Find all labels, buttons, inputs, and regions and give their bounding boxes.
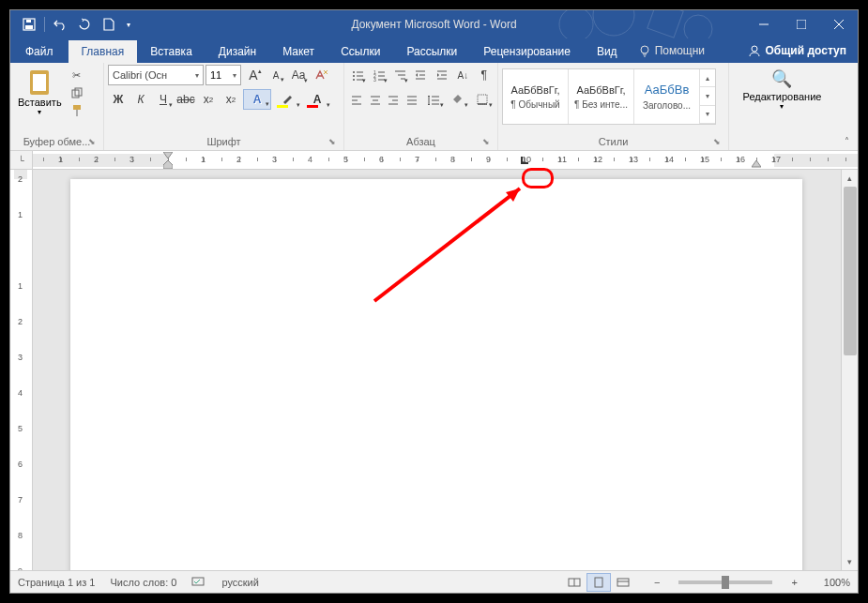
paragraph-label: Абзац (406, 136, 435, 147)
ruler-area: └ 3211234567891011121314151617 (10, 151, 858, 170)
multilevel-button[interactable]: ▾ (390, 65, 409, 85)
maximize-button[interactable] (783, 10, 820, 38)
svg-rect-66 (617, 579, 629, 586)
styles-gallery: АаБбВвГг, ¶ Обычный АаБбВвГг, ¶ Без инте… (502, 68, 716, 125)
bullets-button[interactable]: ▾ (348, 65, 367, 85)
gallery-more-button[interactable]: ▾ (700, 106, 715, 124)
clear-format-button[interactable] (311, 65, 331, 85)
font-color-button[interactable]: A▾ (303, 89, 331, 110)
numbering-button[interactable]: 123▾ (369, 65, 388, 85)
decrease-indent-button[interactable] (411, 65, 430, 85)
zoom-thumb[interactable] (722, 576, 729, 589)
style-no-spacing[interactable]: АаБбВвГг, ¶ Без инте... (569, 69, 634, 124)
status-words[interactable]: Число слов: 0 (110, 577, 176, 588)
undo-button[interactable] (49, 13, 71, 36)
tab-design[interactable]: Дизайн (206, 40, 269, 63)
title-bar: ▾ Документ Microsoft Word - Word (10, 10, 858, 38)
style-heading1[interactable]: АаБбВв Заголово... (634, 69, 700, 124)
ribbon-tabs: Файл Главная Вставка Дизайн Макет Ссылки… (10, 38, 858, 63)
change-case-button[interactable]: Aa▾ (288, 65, 309, 85)
gallery-down-button[interactable]: ▾ (700, 87, 715, 105)
svg-rect-8 (797, 20, 806, 29)
strike-button[interactable]: abc (175, 89, 196, 110)
document-area: 211234567891011121314 ▴ ▾ (10, 170, 858, 570)
vertical-ruler[interactable]: 211234567891011121314 (10, 170, 33, 570)
window-controls (745, 10, 858, 38)
word-window: ▾ Документ Microsoft Word - Word Файл Гл… (9, 9, 859, 594)
find-icon: 🔍 (771, 68, 792, 89)
align-left-button[interactable] (348, 89, 365, 110)
sort-button[interactable]: A↓ (453, 65, 472, 85)
format-painter-button[interactable] (68, 102, 86, 119)
line-spacing-button[interactable]: ▾ (422, 89, 445, 110)
highlight-button[interactable]: ▾ (273, 89, 301, 110)
zoom-value[interactable]: 100% (824, 577, 850, 588)
scroll-up-button[interactable]: ▴ (842, 170, 858, 187)
document-scroll[interactable] (33, 170, 841, 570)
text-effects-button[interactable]: A▾ (243, 89, 271, 110)
align-center-button[interactable] (367, 89, 384, 110)
align-right-button[interactable] (385, 89, 402, 110)
new-doc-button[interactable] (98, 13, 120, 36)
web-layout-button[interactable] (611, 573, 635, 592)
zoom-in-button[interactable]: + (787, 577, 800, 588)
redo-button[interactable] (73, 13, 96, 36)
font-launcher[interactable]: ⬊ (327, 137, 338, 148)
superscript-button[interactable]: x2 (221, 89, 241, 110)
tab-mailings[interactable]: Рассылки (393, 40, 470, 63)
tab-layout[interactable]: Макет (269, 40, 327, 63)
svg-rect-65 (595, 578, 602, 587)
zoom-out-button[interactable]: − (650, 577, 663, 588)
minimize-button[interactable] (745, 10, 783, 38)
clipboard-launcher[interactable]: ⬊ (86, 137, 98, 148)
cut-button[interactable]: ✂ (68, 67, 86, 83)
share-button[interactable]: Общий доступ (737, 38, 858, 63)
tab-review[interactable]: Рецензирование (470, 40, 584, 63)
horizontal-ruler[interactable]: 3211234567891011121314151617 (33, 151, 858, 169)
tab-view[interactable]: Вид (584, 40, 631, 63)
tab-file[interactable]: Файл (10, 40, 69, 63)
vertical-scrollbar[interactable]: ▴ ▾ (841, 170, 858, 570)
zoom-slider[interactable] (678, 580, 772, 584)
status-spell[interactable] (191, 575, 206, 590)
tab-selector[interactable]: └ (10, 151, 33, 169)
borders-button[interactable]: ▾ (471, 89, 494, 110)
svg-marker-58 (163, 160, 173, 169)
paste-button[interactable]: Вставить ▾ (14, 65, 66, 118)
style-normal[interactable]: АаБбВвГг, ¶ Обычный (503, 69, 569, 124)
page[interactable] (70, 179, 802, 570)
font-size-input[interactable]: 11▾ (206, 65, 241, 85)
subscript-button[interactable]: x2 (198, 89, 219, 110)
status-page[interactable]: Страница 1 из 1 (18, 577, 95, 588)
close-button[interactable] (820, 10, 858, 38)
scroll-thumb[interactable] (844, 187, 857, 355)
paragraph-launcher[interactable]: ⬊ (480, 137, 492, 148)
read-mode-button[interactable] (562, 573, 586, 592)
justify-button[interactable] (404, 89, 420, 110)
font-name-input[interactable]: Calibri (Осн▾ (108, 65, 204, 85)
title-pattern (557, 10, 726, 38)
editing-find-button[interactable]: 🔍 Редактирование ▾ (734, 65, 831, 114)
italic-button[interactable]: К (130, 89, 151, 110)
tab-references[interactable]: Ссылки (327, 40, 393, 63)
collapse-ribbon-button[interactable]: ˄ (835, 63, 858, 150)
print-layout-button[interactable] (586, 573, 611, 592)
styles-launcher[interactable]: ⬊ (711, 137, 723, 148)
svg-point-21 (353, 75, 355, 77)
bold-button[interactable]: Ж (108, 89, 129, 110)
show-marks-button[interactable]: ¶ (475, 65, 494, 85)
shrink-font-button[interactable]: A▾ (266, 65, 286, 85)
status-language[interactable]: русский (221, 577, 258, 588)
shading-button[interactable]: ▾ (447, 89, 469, 110)
save-button[interactable] (18, 13, 40, 36)
qat-customize-button[interactable]: ▾ (122, 13, 135, 36)
increase-indent-button[interactable] (433, 65, 451, 85)
underline-button[interactable]: Ч▾ (153, 89, 174, 110)
tab-home[interactable]: Главная (69, 40, 138, 63)
gallery-up-button[interactable]: ▴ (700, 69, 715, 87)
tab-insert[interactable]: Вставка (137, 40, 206, 63)
scroll-down-button[interactable]: ▾ (842, 553, 858, 570)
copy-button[interactable] (68, 84, 86, 101)
tell-me-search[interactable]: Помощни (631, 38, 712, 63)
grow-font-button[interactable]: A▴ (243, 65, 264, 85)
